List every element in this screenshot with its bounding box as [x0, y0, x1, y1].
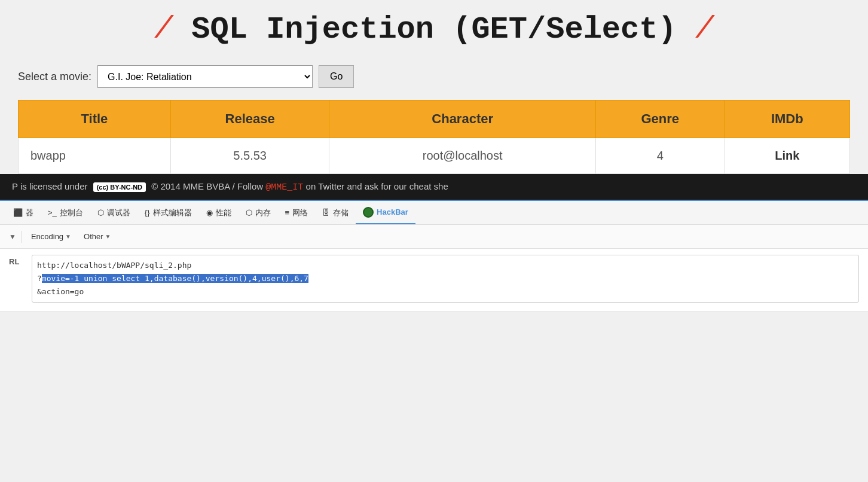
toolbar-item-hackbar[interactable]: HackBar [356, 201, 415, 224]
col-title: Title [19, 100, 171, 138]
select-label: Select a movie: [18, 71, 91, 83]
page-title: / SQL Injection (GET/Select) / [18, 0, 850, 56]
encoding-label: Encoding [31, 232, 63, 241]
memory-label: 内存 [255, 208, 271, 218]
url-selected-text: movie=-1 union select 1,database(),versi… [42, 274, 308, 283]
cell-genre: 4 [595, 138, 725, 174]
encoding-button[interactable]: Encoding ▼ [26, 230, 76, 243]
cell-release: 5.5.53 [170, 138, 329, 174]
results-table: Title Release Character Genre IMDb bwapp… [18, 100, 850, 174]
cell-imdb-link[interactable]: Link [725, 138, 849, 174]
network-icon: ≡ [285, 208, 290, 217]
slash-right-icon: / [695, 12, 714, 47]
col-imdb: IMDb [725, 100, 849, 138]
col-character: Character [329, 100, 595, 138]
left-arrow-icon: ▼ [9, 233, 16, 241]
toolbar-item-style[interactable]: {} 样式编辑器 [137, 201, 199, 224]
col-genre: Genre [595, 100, 725, 138]
console-label: 控制台 [60, 208, 83, 218]
cell-title: bwapp [19, 138, 171, 174]
toolbar-item-console[interactable]: >_ 控制台 [41, 201, 90, 224]
storage-label: 存储 [333, 208, 349, 218]
table-header-row: Title Release Character Genre IMDb [19, 100, 850, 138]
url-line3: &action=go [37, 285, 854, 298]
memory-icon: ⬡ [246, 208, 252, 217]
style-label: 样式编辑器 [153, 208, 192, 218]
other-dropdown-icon: ▼ [105, 233, 111, 240]
other-label: Other [84, 232, 103, 241]
toolbar-item-inspector[interactable]: ⬛ 器 [6, 201, 41, 224]
footer-bar: P is licensed under (cc) BY-NC-ND © 2014… [0, 174, 868, 200]
performance-label: 性能 [216, 208, 231, 218]
other-button[interactable]: Other ▼ [79, 230, 115, 243]
footer-text-end: on Twitter and ask for our cheat she [306, 181, 448, 191]
hackbar-toolbar: ▼ Encoding ▼ Other ▼ [0, 225, 868, 249]
slash-left-icon: / [154, 12, 173, 47]
go-button[interactable]: Go [319, 65, 354, 88]
footer-text-before: P is licensed under [12, 181, 90, 191]
movie-select[interactable]: G.I. Joe: Retaliation Iron Man The Dark … [97, 65, 313, 88]
encoding-dropdown-icon: ▼ [65, 233, 71, 240]
hackbar-dot-icon [363, 207, 374, 218]
cc-badge: (cc) BY-NC-ND [93, 182, 146, 192]
url-input[interactable]: http://localhost/bWAPP/sqli_2.php ?movie… [32, 255, 859, 303]
footer-text-middle: © 2014 MME BVBA / Follow [151, 181, 265, 191]
inspector-icon: ⬛ [13, 208, 23, 217]
toolbar-item-network[interactable]: ≡ 网络 [278, 201, 316, 224]
debugger-label: 调试器 [107, 208, 130, 218]
twitter-link[interactable]: @MME_IT [265, 182, 303, 193]
select-row: Select a movie: G.I. Joe: Retaliation Ir… [18, 56, 850, 100]
network-label: 网络 [292, 208, 308, 218]
console-icon: >_ [48, 208, 57, 217]
performance-icon: ◉ [206, 208, 213, 217]
url-row: RL http://localhost/bWAPP/sqli_2.php ?mo… [9, 255, 859, 303]
toolbar-item-storage[interactable]: 🗄 存储 [315, 201, 356, 224]
hackbar-label: HackBar [377, 208, 408, 216]
cell-character: root@localhost [329, 138, 595, 174]
hackbar-panel: ▼ Encoding ▼ Other ▼ RL http://localhost… [0, 225, 868, 312]
debugger-icon: ⬡ [97, 208, 104, 217]
url-line2: ?movie=-1 union select 1,database(),vers… [37, 272, 854, 285]
style-icon: {} [145, 208, 150, 217]
url-label: RL [9, 255, 27, 266]
toolbar-item-performance[interactable]: ◉ 性能 [199, 201, 239, 224]
storage-icon: 🗄 [322, 208, 330, 217]
table-row: bwapp 5.5.53 root@localhost 4 Link [19, 138, 850, 174]
toolbar-item-debugger[interactable]: ⬡ 调试器 [90, 201, 137, 224]
dev-toolbar: ⬛ 器 >_ 控制台 ⬡ 调试器 {} 样式编辑器 ◉ 性能 ⬡ 内存 ≡ 网络… [0, 200, 868, 225]
title-text: SQL Injection (GET/Select) [191, 12, 695, 47]
col-release: Release [170, 100, 329, 138]
hackbar-divider [21, 231, 22, 243]
toolbar-item-memory[interactable]: ⬡ 内存 [239, 201, 278, 224]
hackbar-inputs: RL http://localhost/bWAPP/sqli_2.php ?mo… [0, 249, 868, 312]
results-table-container: Title Release Character Genre IMDb bwapp… [18, 100, 850, 174]
inspector-label: 器 [26, 208, 33, 218]
url-question-mark: ? [37, 274, 42, 283]
url-line1: http://localhost/bWAPP/sqli_2.php [37, 259, 854, 272]
